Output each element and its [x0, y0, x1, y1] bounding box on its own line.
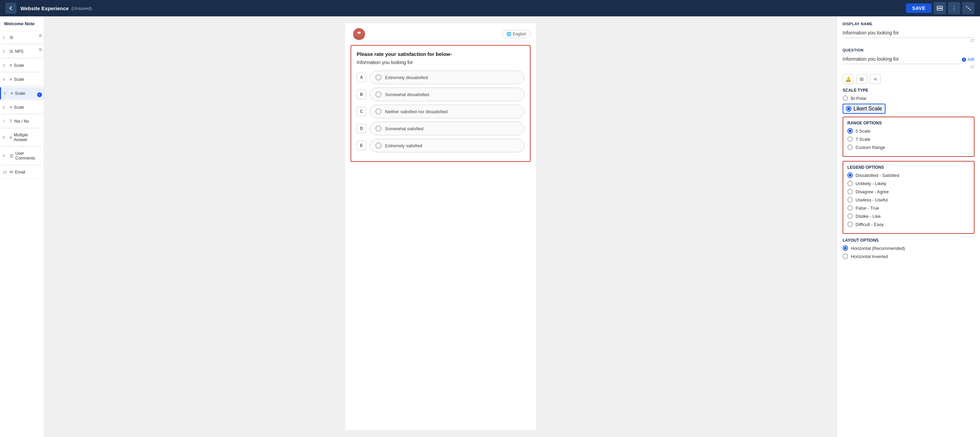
sidebar-item-4[interactable]: 4 ≡ Scale: [0, 73, 44, 86]
horizontal-inverted-option[interactable]: Horizontal Inverted: [843, 254, 975, 259]
email-icon: ✉: [10, 169, 13, 175]
difficult-radio[interactable]: [847, 222, 853, 227]
7-scale-option[interactable]: 7 Scale: [847, 137, 970, 142]
more-options-button[interactable]: ⋮: [948, 2, 960, 14]
disagree-radio[interactable]: [847, 189, 853, 194]
horizontal-inverted-radio[interactable]: [843, 254, 848, 259]
survey-question-title: Please rate your satisfaction for below-: [357, 51, 525, 57]
unlikely-likely-option[interactable]: Unlikely - Likely: [847, 181, 970, 186]
option-row-d: D Somewhat satisfied: [357, 122, 525, 135]
sidebar-item-3[interactable]: 3 ≡ Scale: [0, 59, 44, 72]
sidebar-welcome[interactable]: Welcome Note: [0, 16, 44, 31]
sidebar-item-comments[interactable]: 9 ☰ User Comments: [0, 148, 44, 164]
survey-card: Please rate your satisfaction for below-…: [350, 45, 531, 162]
false-radio[interactable]: [847, 205, 853, 211]
svg-rect-0: [937, 6, 942, 8]
sidebar-extra-icon-1: ⊞: [39, 33, 42, 38]
range-options-box: RANGE OPTIONS 5 Scale 7 Scale Custom Ran…: [843, 117, 975, 157]
topbar: Website Experience (Unsaved) SAVE ⋮: [0, 0, 980, 16]
sidebar-item-5[interactable]: 5 ≡ Scale +: [0, 87, 44, 100]
tab-notification[interactable]: 🔔: [843, 74, 853, 84]
custom-range-option[interactable]: Custom Range: [847, 145, 970, 150]
scale-icon-5: ≡: [11, 91, 13, 96]
save-button[interactable]: SAVE: [906, 3, 932, 13]
option-pill-d[interactable]: Somewhat satisfied: [370, 122, 525, 135]
horizontal-radio[interactable]: [843, 245, 848, 251]
radio-e[interactable]: [375, 143, 382, 149]
main-layout: Welcome Note 1 ⊞ ⊞ 2 ⊞ NPS ⊞ 3 ≡ Scale 4…: [0, 16, 980, 437]
yesno-icon: ?: [10, 119, 12, 124]
radio-a[interactable]: [375, 74, 382, 81]
horizontal-option[interactable]: Horizontal (Recommended): [843, 245, 975, 251]
add-badge[interactable]: +: [37, 92, 42, 97]
dissatisfied-radio[interactable]: [847, 173, 853, 178]
sidebar-item-yesno[interactable]: 7 ? Yes / No: [0, 115, 44, 127]
dissatisfied-satisfied-option[interactable]: Dissatisfied - Satisfied: [847, 173, 970, 178]
custom-radio[interactable]: [847, 145, 853, 150]
preview-area: ACME Demo 🌐 English Please rate your sat…: [45, 16, 837, 437]
scale-type-title: SCALE TYPE: [843, 88, 975, 93]
sidebar: Welcome Note 1 ⊞ ⊞ 2 ⊞ NPS ⊞ 3 ≡ Scale 4…: [0, 16, 45, 437]
survey-question-sub: Information you looking for: [357, 60, 525, 65]
structure-button[interactable]: [962, 2, 975, 14]
likert-option-highlighted[interactable]: Likert Scale: [843, 103, 886, 114]
option-row-c: C Neither satisfied nor dissatisfied: [357, 105, 525, 118]
scale-icon-3: ≡: [10, 63, 12, 68]
bipolar-radio[interactable]: [843, 95, 848, 101]
false-true-option[interactable]: False - True: [847, 205, 970, 211]
difficult-easy-option[interactable]: Difficult - Easy: [847, 222, 970, 227]
sidebar-item-6[interactable]: 6 ≡ Scale: [0, 101, 44, 113]
question-input[interactable]: [843, 54, 962, 64]
sidebar-extra-icon-2: ⊞: [39, 48, 42, 52]
tab-list[interactable]: ≡: [870, 74, 881, 84]
survey-logo: ACME Demo: [350, 27, 368, 41]
legend-options-title: LEGEND OPTIONS: [847, 165, 970, 170]
radio-d[interactable]: [375, 126, 382, 132]
display-name-char: 27: [843, 38, 975, 43]
tab-grid[interactable]: ⊞: [856, 74, 867, 84]
svg-line-6: [969, 8, 970, 10]
sidebar-item-multiple[interactable]: 8 ≡ Multiple Answer: [0, 129, 44, 146]
option-pill-e[interactable]: Extremely satisfied: [370, 139, 525, 153]
question-label: QUESTION: [843, 48, 975, 52]
radio-b[interactable]: [375, 91, 382, 97]
question-char: 27: [843, 65, 975, 69]
option-letter-b: B: [357, 90, 366, 99]
layout-options-title: LAYOUT OPTIONS: [843, 238, 975, 243]
back-button[interactable]: [5, 3, 16, 14]
option-pill-b[interactable]: Somewhat dissatisfied: [370, 87, 525, 101]
radio-c[interactable]: [375, 108, 382, 114]
view-toggle-button[interactable]: [934, 2, 946, 14]
panel-tabs: 🔔 ⊞ ≡: [843, 74, 975, 84]
bipolar-option[interactable]: Bi-Polar: [843, 95, 975, 101]
option-letter-a: A: [357, 73, 366, 82]
legend-options-box: LEGEND OPTIONS Dissatisfied - Satisfied …: [843, 161, 975, 234]
option-pill-c[interactable]: Neither satisfied nor dissatisfied: [370, 105, 525, 118]
scale-type-section: Bi-Polar Likert Scale: [843, 95, 975, 114]
svg-line-5: [966, 6, 969, 8]
sidebar-item-nps[interactable]: 2 ⊞ NPS ⊞: [0, 45, 44, 57]
option-row-e: E Extremely satisfied: [357, 139, 525, 153]
svg-rect-1: [937, 8, 942, 10]
range-options-title: RANGE OPTIONS: [847, 121, 970, 126]
language-button[interactable]: 🌐 English: [502, 30, 531, 38]
5-scale-option[interactable]: 5 Scale: [847, 128, 970, 133]
dislike-like-option[interactable]: Dislike - Like: [847, 213, 970, 219]
display-name-input[interactable]: [843, 28, 975, 38]
sidebar-item-email[interactable]: 10 ✉ Email: [0, 166, 44, 178]
likert-radio[interactable]: [846, 106, 851, 111]
useless-useful-option[interactable]: Useless - Useful: [847, 197, 970, 202]
nps-icon: ⊞: [10, 49, 13, 54]
dislike-radio[interactable]: [847, 213, 853, 219]
likert-radio-fill: [847, 107, 850, 110]
ivr-button[interactable]: IVR: [962, 57, 975, 62]
unlikely-radio[interactable]: [847, 181, 853, 186]
disagree-agree-option[interactable]: Disagree - Agree: [847, 189, 970, 194]
useless-radio[interactable]: [847, 197, 853, 202]
7scale-radio[interactable]: [847, 137, 853, 142]
survey-header: ACME Demo 🌐 English: [345, 23, 536, 45]
option-pill-a[interactable]: Extremely dissatisfied: [370, 71, 525, 84]
5scale-radio[interactable]: [847, 128, 853, 133]
option-letter-e: E: [357, 141, 366, 150]
sidebar-item-1[interactable]: 1 ⊞ ⊞: [0, 31, 44, 44]
